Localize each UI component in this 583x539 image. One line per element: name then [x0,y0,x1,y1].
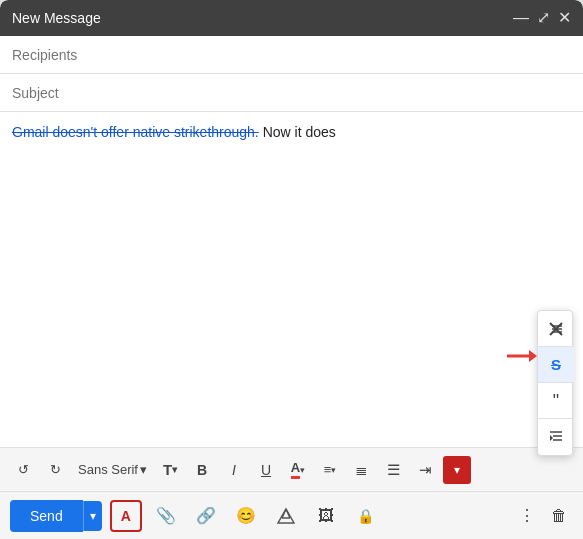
text-format-icon[interactable]: A [110,500,142,532]
font-size-btn[interactable]: T ▾ [155,455,185,485]
quote-btn[interactable]: " [538,383,574,419]
close-icon[interactable]: ✕ [558,10,571,26]
more-format-btn[interactable]: ▾ [443,456,471,484]
action-bar: Send ▾ A 📎 🔗 😊 🖼 🔒 ⋮ 🗑 [0,491,583,539]
compose-window: New Message — ⤢ ✕ Gmail doesn't offer na… [0,0,583,539]
font-family-select[interactable]: Sans Serif ▾ [72,460,153,479]
indent-btn[interactable]: ⇥ [411,455,441,485]
send-button[interactable]: Send [10,500,83,532]
more-options-icon[interactable]: ⋮ [513,502,541,530]
body-text: Gmail doesn't offer native strikethrough… [12,122,571,143]
recipients-input[interactable] [12,47,571,63]
photo-icon[interactable]: 🖼 [310,500,342,532]
remove-format-btn[interactable] [538,311,574,347]
text-color-label: A [291,460,300,479]
attach-icon[interactable]: 📎 [150,500,182,532]
drive-icon[interactable] [270,500,302,532]
bold-btn[interactable]: B [187,455,217,485]
maximize-icon[interactable]: ⤢ [537,10,550,26]
font-family-label: Sans Serif [78,462,138,477]
svg-marker-10 [550,435,553,441]
numbered-list-btn[interactable]: ≣ [347,455,377,485]
recipients-row [0,36,583,74]
align-dropdown-icon: ▾ [331,465,336,475]
redo-btn[interactable]: ↻ [40,455,70,485]
svg-marker-1 [529,350,537,362]
window-title: New Message [12,10,101,26]
text-color-dropdown-icon: ▾ [300,465,305,475]
align-btn[interactable]: ≡ ▾ [315,455,345,485]
arrow-indicator [507,346,537,366]
body-area[interactable]: Gmail doesn't offer native strikethrough… [0,112,583,447]
subject-input[interactable] [12,85,571,101]
italic-btn[interactable]: I [219,455,249,485]
link-icon[interactable]: 🔗 [190,500,222,532]
confidential-icon[interactable]: 🔒 [350,500,382,532]
text-format-label: A [121,508,131,524]
send-btn-group: Send ▾ [10,500,102,532]
text-color-btn[interactable]: A ▾ [283,455,313,485]
indent-popup-btn[interactable] [538,419,574,455]
strikethrough-text: Gmail doesn't offer native strikethrough… [12,124,259,140]
minimize-icon[interactable]: — [513,10,529,26]
popup-toolbar: S " [537,310,573,456]
bulleted-list-btn[interactable]: ☰ [379,455,409,485]
strikethrough-popup-btn[interactable]: S [538,347,574,383]
underline-btn[interactable]: U [251,455,281,485]
send-dropdown-btn[interactable]: ▾ [83,501,102,531]
title-bar: New Message — ⤢ ✕ [0,0,583,36]
action-right: ⋮ 🗑 [513,502,573,530]
align-icon: ≡ [324,462,332,477]
title-bar-controls: — ⤢ ✕ [513,10,571,26]
normal-text: Now it does [259,124,336,140]
subject-row [0,74,583,112]
svg-marker-11 [278,509,294,523]
font-family-dropdown-icon: ▾ [140,462,147,477]
emoji-icon[interactable]: 😊 [230,500,262,532]
delete-icon[interactable]: 🗑 [545,502,573,530]
undo-btn[interactable]: ↺ [8,455,38,485]
format-toolbar: ↺ ↻ Sans Serif ▾ T ▾ B I U A ▾ ≡ ▾ ≣ ☰ ⇥… [0,447,583,491]
